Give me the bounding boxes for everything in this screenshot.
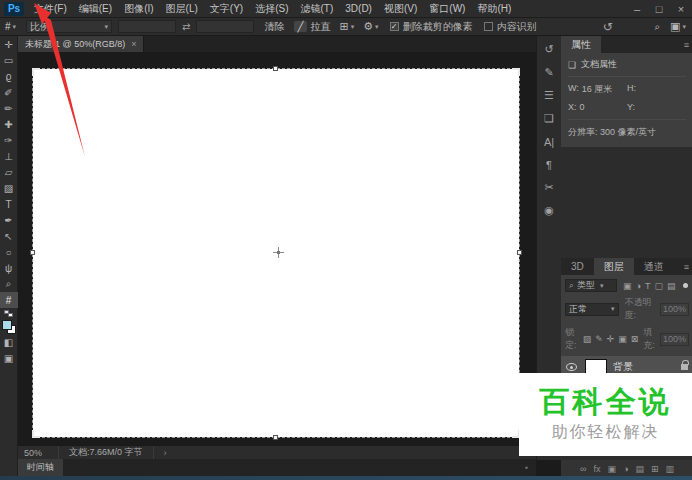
tab-layers[interactable]: 图层: [594, 258, 634, 275]
character-panel-icon[interactable]: A|: [539, 130, 559, 153]
filter-pixel-icon[interactable]: ▣: [623, 281, 632, 291]
minimize-button[interactable]: –: [626, 1, 648, 17]
crop-handle-top[interactable]: [273, 66, 278, 71]
crop-settings-icon[interactable]: ⚙ ▾: [363, 20, 378, 33]
color-swatches[interactable]: [2, 320, 16, 334]
tab-properties[interactable]: 属性: [561, 36, 601, 53]
maximize-button[interactable]: □: [648, 1, 670, 17]
crop-width-input[interactable]: [118, 20, 176, 33]
lock-pixels-icon[interactable]: ✎: [595, 334, 603, 344]
width-value[interactable]: 16 厘米: [582, 83, 613, 96]
lock-transparency-icon[interactable]: ▨: [583, 334, 592, 344]
fill-value[interactable]: 100%: [660, 333, 689, 346]
crop-handle-bottom-left[interactable]: [32, 430, 40, 438]
filter-type-icon[interactable]: T: [645, 281, 651, 291]
move-tool[interactable]: ✛: [0, 36, 18, 52]
crop-handle-top-left[interactable]: [32, 68, 40, 76]
pen-tool[interactable]: ✒: [0, 212, 18, 228]
document-canvas[interactable]: [33, 69, 519, 437]
menu-image[interactable]: 图像(I): [118, 0, 159, 18]
filter-shape-icon[interactable]: ▢: [654, 281, 663, 291]
search-icon[interactable]: ⌕: [654, 21, 660, 33]
menu-type[interactable]: 文字(Y): [204, 0, 249, 18]
reset-tool-icon[interactable]: ↺: [603, 20, 613, 34]
canvas-pasteboard[interactable]: [18, 52, 536, 445]
eraser-tool[interactable]: ▱: [0, 164, 18, 180]
layer-filter-dropdown[interactable]: ⌕ 类型 ▾: [565, 279, 617, 292]
menu-layer[interactable]: 图层(L): [160, 0, 204, 18]
brush-tool[interactable]: ✑: [0, 132, 18, 148]
clone-stamp-tool[interactable]: ⊥: [0, 148, 18, 164]
layer-effects-icon[interactable]: fx: [593, 464, 600, 474]
brush-settings-panel-icon[interactable]: ☰: [539, 84, 559, 107]
layer-group-icon[interactable]: ▤: [635, 464, 644, 474]
marquee-tool[interactable]: ▭: [0, 52, 18, 68]
zoom-level-field[interactable]: 50%: [24, 448, 58, 458]
panel-menu-icon[interactable]: ≡: [684, 40, 689, 50]
filter-smart-object-icon[interactable]: ▤: [667, 281, 676, 291]
quick-mask-button[interactable]: ◧: [0, 334, 18, 350]
screen-mode-button[interactable]: ▣: [0, 350, 18, 366]
close-button[interactable]: ×: [670, 1, 692, 17]
history-panel-icon[interactable]: ↺: [539, 38, 559, 61]
navigator-panel-icon[interactable]: ◉: [539, 199, 559, 222]
crop-tool[interactable]: #: [0, 292, 18, 308]
chevron-right-icon[interactable]: ›: [164, 448, 167, 458]
healing-brush-tool[interactable]: ✚: [0, 116, 18, 132]
menu-edit[interactable]: 编辑(E): [73, 0, 118, 18]
new-layer-icon[interactable]: ⊞: [651, 464, 659, 474]
filter-toggle-icon[interactable]: [683, 283, 688, 288]
brushes-panel-icon[interactable]: ✎: [539, 61, 559, 84]
shape-tool[interactable]: ○: [0, 244, 18, 260]
menu-window[interactable]: 窗口(W): [423, 0, 471, 18]
panel-menu-icon[interactable]: ≡: [684, 262, 689, 272]
lock-artboard-icon[interactable]: ▣: [618, 334, 627, 344]
crop-handle-left[interactable]: [30, 250, 35, 255]
panel-menu-icon[interactable]: ▪: [525, 463, 528, 472]
content-aware-checkbox[interactable]: 内容识别: [484, 20, 537, 34]
gradient-tool[interactable]: ▨: [0, 180, 18, 196]
tool-presets-panel-icon[interactable]: ✂: [539, 176, 559, 199]
tab-channels[interactable]: 通道: [634, 258, 674, 275]
paragraph-panel-icon[interactable]: ¶: [539, 153, 559, 176]
swap-dimensions-icon[interactable]: ⇄: [182, 21, 190, 32]
lock-all-icon[interactable]: ⊠: [631, 334, 639, 344]
filter-adjustment-icon[interactable]: ◑: [636, 281, 641, 291]
layer-visibility-eye-icon[interactable]: [566, 363, 577, 371]
document-tab[interactable]: 未标题-1 @ 50%(RGB/8) ×: [18, 36, 144, 52]
tab-timeline[interactable]: 时间轴: [18, 459, 63, 476]
tab-3d[interactable]: 3D: [561, 258, 594, 275]
type-tool[interactable]: T: [0, 196, 18, 212]
crop-handle-top-right[interactable]: [512, 68, 520, 76]
crop-center-pivot-icon[interactable]: [273, 247, 284, 258]
clone-source-panel-icon[interactable]: ❏: [539, 107, 559, 130]
link-layers-icon[interactable]: ∞: [580, 464, 586, 474]
default-colors-icon[interactable]: [4, 310, 13, 317]
layer-mask-icon[interactable]: ▣: [607, 464, 616, 474]
overlay-options-icon[interactable]: ⊞ ▾: [340, 20, 355, 33]
close-tab-icon[interactable]: ×: [131, 39, 136, 49]
blend-mode-dropdown[interactable]: 正常 ▾: [565, 303, 619, 316]
delete-cropped-pixels-checkbox[interactable]: ✓ 删除裁剪的像素: [390, 20, 473, 34]
zoom-tool[interactable]: ⌕: [0, 276, 18, 292]
crop-height-input[interactable]: [196, 20, 254, 33]
menu-select[interactable]: 选择(S): [249, 0, 294, 18]
workspace-switcher[interactable]: ▣ ▾: [670, 20, 686, 33]
straighten-button[interactable]: ╱ 拉直: [294, 20, 330, 34]
x-value[interactable]: 0: [580, 102, 585, 112]
lasso-tool[interactable]: ϱ: [0, 68, 18, 84]
lock-position-icon[interactable]: ✛: [607, 334, 615, 344]
delete-layer-icon[interactable]: ▥: [665, 464, 674, 474]
menu-filter[interactable]: 滤镜(T): [295, 0, 340, 18]
menu-3d[interactable]: 3D(D): [339, 0, 378, 18]
clear-button[interactable]: 清除: [264, 20, 284, 34]
crop-ratio-dropdown[interactable]: 比例 ▾: [26, 20, 112, 33]
opacity-value[interactable]: 100%: [660, 303, 689, 316]
menu-help[interactable]: 帮助(H): [471, 0, 517, 18]
foreground-color-swatch[interactable]: [2, 320, 12, 330]
menu-view[interactable]: 视图(V): [378, 0, 423, 18]
adjustment-layer-icon[interactable]: ◑: [623, 464, 628, 474]
crop-tool-preset[interactable]: # ▾: [5, 21, 16, 32]
menu-file[interactable]: 文件(F): [28, 0, 73, 18]
crop-handle-right[interactable]: [517, 250, 522, 255]
